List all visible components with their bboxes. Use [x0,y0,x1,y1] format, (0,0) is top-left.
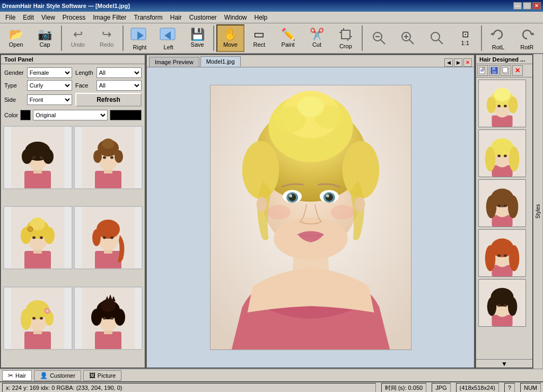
type-select[interactable]: Curly Straight Wavy [27,80,72,91]
status-dimensions: (418x518x24) [456,383,499,392]
title-bar-controls: — □ ✕ [513,2,541,10]
right-panel-toolbar: ✕ [476,64,532,77]
menu-hair[interactable]: Hair [167,13,185,22]
menu-help[interactable]: Help [251,13,271,22]
hair-style-item[interactable] [74,206,143,269]
menu-window[interactable]: Window [221,13,250,22]
rotr-button[interactable]: RotR [513,24,541,52]
svg-point-100 [326,194,329,197]
tab-bar: Image Preview Model1.jpg ◀ ▶ ✕ [147,55,474,67]
svg-point-130 [504,154,507,157]
rpanel-new-button[interactable] [477,65,488,76]
svg-point-56 [103,237,106,239]
svg-rect-59 [24,332,51,350]
minimize-button[interactable]: — [513,2,522,10]
svg-point-135 [486,195,497,218]
hair-style-item[interactable] [3,126,73,189]
rpanel-delete-button[interactable]: ✕ [512,65,523,76]
open-button[interactable]: 📂 Open [2,24,30,52]
svg-point-127 [485,146,496,171]
right-designed-panel: Hair Designed ... ✕ [475,54,533,369]
svg-point-128 [509,146,520,171]
svg-point-68 [40,317,43,319]
left-button[interactable]: Left [155,24,182,52]
tab-close-button[interactable]: ✕ [463,58,472,67]
svg-point-146 [504,254,507,257]
svg-point-104 [354,197,365,212]
tab-prev-button[interactable]: ◀ [444,58,453,67]
tab-image-preview[interactable]: Image Preview [149,57,199,67]
menu-image-filter[interactable]: Image Filter [90,13,129,22]
separator-1 [61,25,62,51]
designed-thumbnail[interactable] [478,129,526,177]
image-panel: Image Preview Model1.jpg ◀ ▶ ✕ [146,54,475,369]
svg-point-25 [22,149,32,164]
redo-button[interactable]: ↪ Redo [93,24,120,52]
menu-customer[interactable]: Customer [186,13,220,22]
crop-icon [338,27,353,42]
menu-edit[interactable]: Edit [20,13,37,22]
face-select[interactable]: All Round Oval Square [97,80,142,91]
designed-thumbnail[interactable] [478,179,526,227]
scissors-icon: ✂ [8,372,13,379]
status-bar: x: 224 y: 169 idx: 0 RGBA: (233, 204, 19… [0,381,543,392]
hair-style-item[interactable] [3,206,73,269]
designed-thumbnail[interactable] [478,229,526,277]
hair-style-item[interactable] [74,286,143,350]
zoom-more-button[interactable] [423,24,450,52]
tab-hair[interactable]: ✂ Hair [2,370,32,381]
right-scroll-down[interactable]: ▼ [476,359,532,368]
crop-button[interactable]: Crop [332,24,360,52]
color-row: Color Original Black Brown Blonde Red [1,110,145,124]
undo-button[interactable]: ↩ Undo [64,24,92,52]
cut-button[interactable]: ✂️ Cut [303,24,330,52]
tab-customer[interactable]: 👤 Customer [34,370,81,381]
right-panel-list [476,77,532,359]
refresh-button[interactable]: Refresh [75,93,142,107]
svg-rect-70 [95,332,121,350]
svg-rect-4 [341,30,350,39]
svg-point-138 [504,204,507,207]
hair-style-item[interactable] [74,126,143,189]
maximize-button[interactable]: □ [523,2,531,10]
menu-transform[interactable]: Transform [131,13,166,22]
main-area: Tool Panel Gender Female Male Length All… [0,54,543,369]
color-swatch-black[interactable] [20,110,31,120]
menu-process[interactable]: Process [59,13,89,22]
rotl-button[interactable]: RotL [484,24,512,52]
length-select[interactable]: All Short Medium Long [97,67,142,78]
rpanel-save-button[interactable] [489,65,500,76]
menu-file[interactable]: File [2,13,19,22]
rect-button[interactable]: ▭ Rect [246,24,273,52]
thumbnail-2 [479,129,526,177]
hair-style-item[interactable] [3,286,73,350]
save-button[interactable]: 💾 Save [183,24,211,52]
side-select[interactable]: Front Left Right [27,94,72,105]
svg-rect-113 [503,67,507,73]
right-button[interactable]: Right [126,24,153,52]
svg-point-103 [256,197,267,212]
zoom-in-button[interactable] [393,24,421,52]
zoom-out-button[interactable] [365,24,392,52]
designed-thumbnail[interactable] [478,279,526,327]
move-button[interactable]: ✋ Move [216,24,244,52]
svg-point-37 [103,156,106,159]
svg-point-36 [115,150,123,163]
gender-select[interactable]: Female Male [27,67,72,78]
status-help-btn[interactable]: ? [504,383,515,392]
menu-view[interactable]: View [38,13,58,22]
tab-next-button[interactable]: ▶ [454,58,462,67]
tab-model1[interactable]: Model1.jpg [200,56,241,67]
menu-bar: File Edit View Process Image Filter Tran… [0,12,543,23]
cap-button[interactable]: 📷 Cap [31,24,58,52]
designed-thumbnail[interactable] [478,80,526,127]
close-button[interactable]: ✕ [532,2,541,10]
side-panel-label[interactable]: Styles [533,54,543,369]
svg-point-154 [504,304,507,307]
color-select[interactable]: Original Black Brown Blonde Red [33,110,108,120]
paint-button[interactable]: ✏️ Paint [274,24,302,52]
tab-picture[interactable]: 🖼 Picture [83,370,121,381]
svg-point-129 [497,154,501,157]
rpanel-copy-button[interactable] [501,65,511,76]
zoom-1-1-button[interactable]: ⊡ 1:1 [451,24,479,52]
